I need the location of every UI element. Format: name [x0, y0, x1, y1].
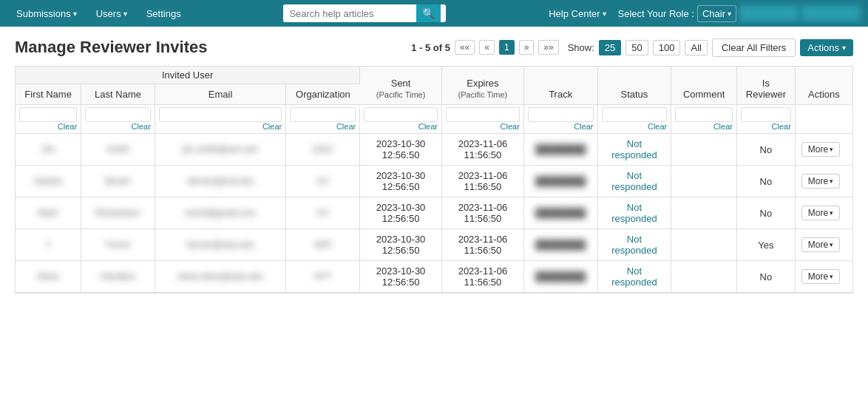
table-row: T Turner tturner@edu.edu WPI 2023-10-301… — [16, 229, 852, 261]
comment-header: Comment — [671, 67, 737, 105]
filter-is-reviewer: Clear — [736, 105, 795, 134]
first-page-btn[interactable]: «« — [455, 40, 475, 55]
org-header: Organization — [286, 84, 360, 105]
cell-actions: More — [795, 229, 852, 261]
user-info — [739, 5, 799, 21]
cell-comment — [671, 261, 737, 293]
clear-last-name-link[interactable]: Clear — [85, 122, 151, 131]
nav-help-center[interactable]: Help Center — [540, 4, 614, 24]
cell-status: Not responded — [597, 197, 671, 229]
search-area: 🔍 — [199, 4, 532, 22]
cell-comment — [671, 197, 737, 229]
cell-first-name: Sandra — [16, 166, 81, 197]
invited-user-header: Invited User — [16, 67, 360, 84]
cell-expires: 2023-11-0611:56:50 — [442, 261, 524, 293]
clear-track-link[interactable]: Clear — [528, 122, 594, 131]
more-btn[interactable]: More — [801, 269, 840, 284]
expires-header: Expires (Pacific Time) — [442, 67, 524, 105]
more-btn[interactable]: More — [801, 206, 840, 220]
cell-org: WPI — [286, 229, 360, 261]
show-label: Show: — [568, 42, 594, 53]
cell-actions: More — [795, 166, 852, 197]
filter-comment-input[interactable] — [675, 107, 733, 122]
prev-page-btn[interactable]: « — [479, 40, 495, 55]
filter-status: Clear — [597, 105, 671, 134]
nav-submissions[interactable]: Submissions — [7, 4, 86, 24]
cell-last-name: Richardson — [81, 197, 155, 229]
filter-org: Clear — [286, 105, 360, 134]
filter-email-input[interactable] — [159, 107, 282, 122]
status-header: Status — [597, 67, 671, 105]
table-row: Jim Smith jim.smith@aol.com UIUC 2023-10… — [16, 134, 852, 166]
filter-first-name: Clear — [16, 105, 81, 134]
clear-is-reviewer-link[interactable]: Clear — [741, 122, 791, 131]
search-button[interactable]: 🔍 — [416, 4, 441, 22]
clear-status-link[interactable]: Clear — [602, 122, 668, 131]
cell-first-name: Mark — [16, 197, 81, 229]
nav-users[interactable]: Users — [87, 4, 136, 24]
next-page-btn[interactable]: » — [519, 40, 535, 55]
filter-expires-input[interactable] — [446, 107, 520, 122]
nav-settings[interactable]: Settings — [138, 4, 190, 24]
nav-right: Help Center Select Your Role : Chair — [540, 4, 861, 24]
filter-track: Clear — [523, 105, 597, 134]
main-content: Manage Reviewer Invites 1 - 5 of 5 «« « … — [0, 27, 868, 305]
logout-btn[interactable] — [801, 5, 861, 21]
filter-status-input[interactable] — [602, 107, 668, 122]
role-dropdown[interactable]: Chair — [697, 5, 736, 22]
actions-btn[interactable]: Actions — [800, 39, 853, 56]
is-reviewer-header: Is Reviewer — [736, 67, 795, 105]
filter-email: Clear — [155, 105, 285, 134]
email-header: Email — [155, 84, 285, 105]
show-100-btn[interactable]: 100 — [653, 40, 681, 55]
cell-last-name: Turner — [81, 229, 155, 261]
cell-org: NYT — [286, 261, 360, 293]
invites-table: Invited User Sent (Pacific Time) Expires… — [16, 67, 852, 293]
cell-email: oliver.oliver@edu.edu — [155, 261, 285, 293]
filter-track-input[interactable] — [528, 107, 594, 122]
more-btn[interactable]: More — [801, 174, 840, 189]
clear-filters-btn[interactable]: Clear All Filters — [712, 38, 796, 57]
title-bar: Manage Reviewer Invites 1 - 5 of 5 «« « … — [15, 38, 853, 57]
cell-last-name: Brown — [81, 166, 155, 197]
cell-last-name: Hamilton — [81, 261, 155, 293]
filter-last-name-input[interactable] — [85, 107, 151, 122]
filter-sent-input[interactable] — [364, 107, 438, 122]
show-50-btn[interactable]: 50 — [625, 40, 648, 55]
cell-status: Not responded — [597, 261, 671, 293]
clear-first-name-link[interactable]: Clear — [19, 122, 77, 131]
cell-comment — [671, 166, 737, 197]
cell-last-name: Smith — [81, 134, 155, 166]
clear-email-link[interactable]: Clear — [159, 122, 282, 131]
clear-sent-link[interactable]: Clear — [364, 122, 438, 131]
clear-org-link[interactable]: Clear — [290, 122, 356, 131]
cell-track: ████████ — [523, 166, 597, 197]
cell-track: ████████ — [523, 134, 597, 166]
role-label: Select Your Role : — [618, 8, 694, 19]
table-row: Oliver Hamilton oliver.oliver@edu.edu NY… — [16, 261, 852, 293]
filter-first-name-input[interactable] — [19, 107, 77, 122]
filter-is-reviewer-input[interactable] — [741, 107, 791, 122]
sent-header: Sent (Pacific Time) — [360, 67, 442, 105]
show-all-btn[interactable]: All — [685, 40, 707, 55]
more-btn[interactable]: More — [801, 142, 840, 157]
table-row: Mark Richardson mrich@gmail.com UC 2023-… — [16, 197, 852, 229]
page-title: Manage Reviewer Invites — [15, 38, 207, 57]
page-1-btn[interactable]: 1 — [499, 40, 515, 55]
filter-org-input[interactable] — [290, 107, 356, 122]
cell-is-reviewer: Yes — [736, 229, 795, 261]
cell-actions: More — [795, 261, 852, 293]
show-25-btn[interactable]: 25 — [599, 40, 621, 55]
search-input[interactable] — [283, 5, 416, 22]
table-wrapper: Invited User Sent (Pacific Time) Expires… — [15, 66, 853, 294]
filter-sent: Clear — [360, 105, 442, 134]
clear-comment-link[interactable]: Clear — [675, 122, 733, 131]
cell-org: UIUC — [286, 134, 360, 166]
cell-status: Not responded — [597, 166, 671, 197]
last-page-btn[interactable]: »» — [538, 40, 558, 55]
cell-org: UC — [286, 166, 360, 197]
table-row: Sandra Brown sbrown@mit.edu UC 2023-10-3… — [16, 166, 852, 197]
more-btn[interactable]: More — [801, 237, 840, 252]
first-name-header: First Name — [16, 84, 81, 105]
clear-expires-link[interactable]: Clear — [446, 122, 520, 131]
